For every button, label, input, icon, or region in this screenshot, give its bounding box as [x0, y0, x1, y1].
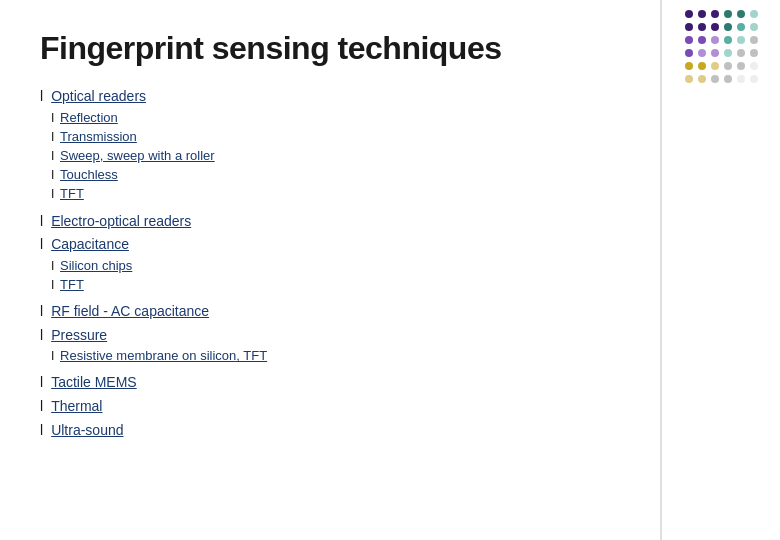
- decoration-dot: [685, 49, 693, 57]
- decoration-dot: [685, 10, 693, 18]
- decoration-dot: [724, 62, 732, 70]
- reflection-label: Reflection: [60, 109, 118, 127]
- list-item: l Capacitance l Silicon chips l TFT: [40, 235, 740, 298]
- decoration-dot: [750, 62, 758, 70]
- tft2-label: TFT: [60, 276, 84, 294]
- list-item: l Reflection: [51, 109, 215, 127]
- list-item: l TFT: [51, 276, 132, 294]
- capacitance-label: Capacitance: [51, 236, 129, 252]
- list-item: l RF field - AC capacitance: [40, 302, 740, 322]
- list-item: l Ultra-sound: [40, 421, 740, 441]
- resistive-label: Resistive membrane on silicon, TFT: [60, 347, 267, 365]
- decoration-dot: [685, 75, 693, 83]
- bullet: l: [40, 302, 43, 322]
- decoration-dot: [737, 10, 745, 18]
- decoration-dot: [698, 10, 706, 18]
- list-item: l Electro-optical readers: [40, 212, 740, 232]
- item-content: Thermal: [51, 397, 102, 417]
- list-item: l Optical readers l Reflection l Transmi…: [40, 87, 740, 208]
- item-content: RF field - AC capacitance: [51, 302, 209, 322]
- decoration-dot: [698, 62, 706, 70]
- list-item: l Tactile MEMS: [40, 373, 740, 393]
- decoration-dot: [724, 23, 732, 31]
- list-item: l Resistive membrane on silicon, TFT: [51, 347, 267, 365]
- bullet: l: [51, 347, 54, 365]
- decoration-dot: [737, 23, 745, 31]
- decoration-dot: [698, 49, 706, 57]
- item-content: Tactile MEMS: [51, 373, 137, 393]
- bullet: l: [40, 373, 43, 393]
- bullet: l: [51, 128, 54, 146]
- bullet: l: [51, 276, 54, 294]
- decoration-dot: [698, 36, 706, 44]
- decoration-dot: [685, 23, 693, 31]
- decoration-dot: [737, 75, 745, 83]
- decoration-dot: [737, 36, 745, 44]
- sweep-label: Sweep, sweep with a roller: [60, 147, 215, 165]
- decoration-dot: [750, 10, 758, 18]
- ultra-sound-label: Ultra-sound: [51, 422, 123, 438]
- page: Fingerprint sensing techniques l Optical…: [0, 0, 780, 540]
- silicon-chips-label: Silicon chips: [60, 257, 132, 275]
- decoration-dot: [737, 62, 745, 70]
- list-item: l Transmission: [51, 128, 215, 146]
- optical-readers-label: Optical readers: [51, 88, 146, 104]
- main-list: l Optical readers l Reflection l Transmi…: [40, 87, 740, 440]
- decoration-dot: [698, 23, 706, 31]
- electro-optical-label: Electro-optical readers: [51, 213, 191, 229]
- tft1-label: TFT: [60, 185, 84, 203]
- touchless-label: Touchless: [60, 166, 118, 184]
- decoration-dot: [750, 75, 758, 83]
- thermal-label: Thermal: [51, 398, 102, 414]
- bullet: l: [40, 212, 43, 232]
- decoration-dot: [750, 49, 758, 57]
- decoration-dot: [685, 62, 693, 70]
- bullet: l: [40, 421, 43, 441]
- vertical-line-decoration: [660, 0, 662, 540]
- sub-list-capacitance: l Silicon chips l TFT: [51, 257, 132, 294]
- bullet: l: [40, 397, 43, 417]
- page-title: Fingerprint sensing techniques: [40, 30, 740, 67]
- item-content: Electro-optical readers: [51, 212, 191, 232]
- sub-list-optical: l Reflection l Transmission l Sweep, swe…: [51, 109, 215, 204]
- bullet: l: [51, 147, 54, 165]
- bullet: l: [51, 109, 54, 127]
- list-item: l Thermal: [40, 397, 740, 417]
- decoration-dot: [724, 10, 732, 18]
- item-content: Optical readers l Reflection l Transmiss…: [51, 87, 215, 208]
- list-item: l TFT: [51, 185, 215, 203]
- sub-list-pressure: l Resistive membrane on silicon, TFT: [51, 347, 267, 365]
- content-area: l Optical readers l Reflection l Transmi…: [40, 87, 740, 440]
- list-item: l Silicon chips: [51, 257, 132, 275]
- decoration-dot: [750, 36, 758, 44]
- decoration-dot: [724, 36, 732, 44]
- list-item: l Touchless: [51, 166, 215, 184]
- pressure-label: Pressure: [51, 327, 107, 343]
- tactile-mems-label: Tactile MEMS: [51, 374, 137, 390]
- decoration-dot: [750, 23, 758, 31]
- item-content: Capacitance l Silicon chips l TFT: [51, 235, 132, 298]
- bullet: l: [40, 326, 43, 346]
- dot-decoration: [685, 10, 760, 85]
- rf-field-label: RF field - AC capacitance: [51, 303, 209, 319]
- decoration-dot: [724, 75, 732, 83]
- bullet: l: [51, 185, 54, 203]
- decoration-dot: [698, 75, 706, 83]
- bullet: l: [51, 166, 54, 184]
- decoration-dot: [711, 10, 719, 18]
- decoration-dot: [724, 49, 732, 57]
- transmission-label: Transmission: [60, 128, 137, 146]
- decoration-dot: [737, 49, 745, 57]
- decoration-dot: [711, 49, 719, 57]
- decoration-dot: [685, 36, 693, 44]
- decoration-dot: [711, 36, 719, 44]
- bullet: l: [40, 235, 43, 255]
- decoration-dot: [711, 75, 719, 83]
- decoration-dot: [711, 23, 719, 31]
- item-content: Pressure l Resistive membrane on silicon…: [51, 326, 267, 370]
- decoration-dot: [711, 62, 719, 70]
- bullet: l: [51, 257, 54, 275]
- list-item: l Pressure l Resistive membrane on silic…: [40, 326, 740, 370]
- item-content: Ultra-sound: [51, 421, 123, 441]
- bullet: l: [40, 87, 43, 107]
